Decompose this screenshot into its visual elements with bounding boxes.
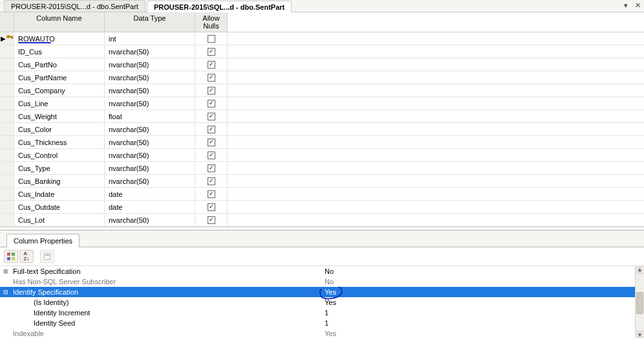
allow-nulls-cell[interactable]: ✓ [195,136,228,148]
property-value[interactable]: Yes [323,298,635,307]
data-type-cell[interactable]: date [105,188,195,200]
table-row[interactable]: Cus_Controlnvarchar(50)✓ [0,149,644,162]
data-type-cell[interactable]: nvarchar(50) [105,136,195,148]
data-type-cell[interactable]: float [105,110,195,122]
allow-nulls-checkbox[interactable]: ✓ [208,152,215,159]
allow-nulls-cell[interactable]: ✓ [195,97,228,109]
table-row[interactable]: Cus_Typenvarchar(50)✓ [0,162,644,175]
allow-nulls-cell[interactable]: ✓ [195,58,228,71]
property-value[interactable]: Yes [323,329,635,338]
data-type-cell[interactable]: nvarchar(50) [105,162,195,174]
property-row[interactable]: Has Non-SQL Server SubscriberNo [0,276,644,287]
row-gutter[interactable] [0,58,14,71]
property-row[interactable]: Identity Seed1 [0,318,644,328]
allow-nulls-cell[interactable]: ✓ [195,214,228,226]
column-name-cell[interactable]: Cus_PartNo [14,58,105,71]
table-row[interactable]: ID_Cusnvarchar(50)✓ [0,45,644,58]
table-row[interactable]: Cus_Thicknessnvarchar(50)✓ [0,136,644,149]
alphabetical-button[interactable]: AZ↓ [19,250,34,263]
allow-nulls-checkbox[interactable]: ✓ [208,216,215,224]
allow-nulls-cell[interactable]: ✓ [195,188,228,200]
table-row[interactable]: Cus_Weightfloat✓ [0,110,644,123]
data-type-cell[interactable]: nvarchar(50) [105,175,195,187]
close-icon[interactable]: ✕ [634,1,641,10]
categorized-button[interactable] [4,250,18,263]
allow-nulls-checkbox[interactable]: ✓ [208,203,215,211]
column-name-cell[interactable]: Cus_Type [14,162,105,174]
table-row[interactable]: Cus_Linenvarchar(50)✓ [0,97,644,110]
allow-nulls-cell[interactable]: ✓ [195,71,228,84]
column-name-cell[interactable]: ID_Cus [14,45,105,58]
data-type-cell[interactable]: nvarchar(50) [105,71,195,84]
property-row[interactable]: ⊞Full-text SpecificationNo [0,266,644,276]
table-row[interactable]: Cus_Companynvarchar(50)✓ [0,84,644,97]
row-gutter[interactable] [0,149,14,161]
data-type-cell[interactable]: nvarchar(50) [105,123,195,135]
data-type-cell[interactable]: nvarchar(50) [105,45,195,58]
allow-nulls-cell[interactable]: ✓ [195,149,228,161]
row-gutter[interactable] [0,71,14,84]
allow-nulls-cell[interactable]: ✓ [195,162,228,174]
column-name-cell[interactable]: Cus_Indate [14,188,105,200]
allow-nulls-cell[interactable]: ✓ [195,110,228,122]
table-row[interactable]: Cus_PartNamenvarchar(50)✓ [0,71,644,84]
scroll-down-icon[interactable]: ▼ [636,331,643,338]
data-type-cell[interactable]: date [105,201,195,213]
allow-nulls-checkbox[interactable]: ✓ [208,48,215,56]
property-row[interactable]: (Is Identity)Yes [0,297,644,308]
column-name-cell[interactable]: Cus_Line [14,97,105,109]
properties-scrollbar[interactable]: ▲ ▼ [635,266,644,338]
data-type-cell[interactable]: nvarchar(50) [105,84,195,96]
column-name-cell[interactable]: Cus_Outdate [14,201,105,213]
property-row[interactable]: IndexableYes [0,328,644,338]
scroll-thumb[interactable] [636,292,643,314]
property-value[interactable]: 1 [323,319,635,328]
column-name-cell[interactable]: Cus_Color [14,123,105,135]
column-name-cell[interactable]: ROWAUTO [14,32,105,45]
allow-nulls-checkbox[interactable]: ✓ [208,113,215,120]
table-row[interactable]: Cus_Colornvarchar(50)✓ [0,123,644,136]
expand-icon[interactable]: ⊞ [0,268,12,275]
row-gutter[interactable] [0,136,14,148]
column-name-cell[interactable]: Cus_Thickness [14,136,105,148]
column-name-cell[interactable]: Cus_Lot [14,214,105,226]
allow-nulls-checkbox[interactable]: ✓ [208,177,215,185]
tab-active[interactable]: PROUSER-2015\SQL...d - dbo.SentPart [147,1,292,12]
properties-tab[interactable]: Column Properties [6,234,80,247]
allow-nulls-cell[interactable]: ✓ [195,84,228,96]
dropdown-icon[interactable]: ▾ [622,1,630,10]
expand-icon[interactable]: ⊟ [0,289,12,295]
allow-nulls-checkbox[interactable]: ✓ [208,100,215,107]
property-value[interactable]: No [323,267,635,276]
allow-nulls-checkbox[interactable] [208,35,215,43]
allow-nulls-checkbox[interactable]: ✓ [208,190,215,198]
row-gutter[interactable] [0,162,14,174]
allow-nulls-cell[interactable]: ✓ [195,45,228,58]
row-gutter[interactable] [0,123,14,135]
data-type-cell[interactable]: nvarchar(50) [105,97,195,109]
allow-nulls-checkbox[interactable]: ✓ [208,61,215,69]
row-gutter[interactable] [0,214,14,226]
column-name-cell[interactable]: Cus_PartName [14,71,105,84]
properties-button[interactable] [40,250,54,263]
allow-nulls-cell[interactable] [195,32,228,45]
table-row[interactable]: Cus_Outdatedate✓ [0,201,644,214]
property-value[interactable]: 1 [323,308,635,317]
column-name-cell[interactable]: Cus_Control [14,149,105,161]
column-name-cell[interactable]: Cus_Weight [14,110,105,122]
property-row[interactable]: Identity Increment1 [0,308,644,318]
table-row[interactable]: Cus_Indatedate✓ [0,188,644,201]
column-name-cell[interactable]: Cus_Company [14,84,105,96]
data-type-cell[interactable]: nvarchar(50) [105,149,195,161]
row-gutter[interactable] [0,84,14,96]
allow-nulls-cell[interactable]: ✓ [195,175,228,187]
row-gutter[interactable] [0,188,14,200]
allow-nulls-cell[interactable]: ✓ [195,123,228,135]
row-gutter[interactable] [0,45,14,58]
allow-nulls-checkbox[interactable]: ✓ [208,164,215,172]
table-row[interactable]: ▶ROWAUTOint [0,32,644,45]
data-type-cell[interactable]: nvarchar(50) [105,214,195,226]
column-name-cell[interactable]: Cus_Banking [14,175,105,187]
data-type-cell[interactable]: nvarchar(50) [105,58,195,71]
allow-nulls-checkbox[interactable]: ✓ [208,126,215,133]
